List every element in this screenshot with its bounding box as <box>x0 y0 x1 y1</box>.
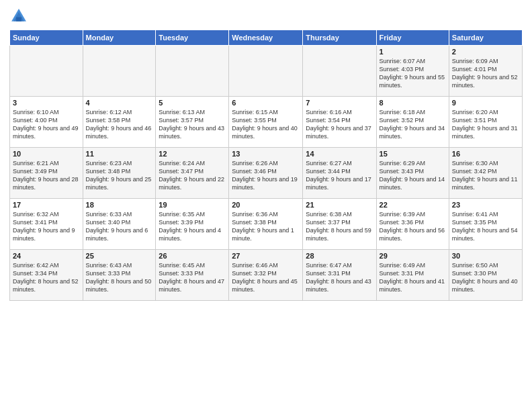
day-number: 1 <box>380 48 446 56</box>
calendar-cell: 15Sunrise: 6:29 AM Sunset: 3:43 PM Dayli… <box>376 148 449 199</box>
day-number: 29 <box>380 252 446 260</box>
day-info: Sunrise: 6:47 AM Sunset: 3:31 PM Dayligh… <box>306 261 373 294</box>
day-info: Sunrise: 6:13 AM Sunset: 3:57 PM Dayligh… <box>159 108 226 141</box>
calendar-cell: 12Sunrise: 6:24 AM Sunset: 3:47 PM Dayli… <box>156 148 229 199</box>
calendar-cell: 14Sunrise: 6:27 AM Sunset: 3:44 PM Dayli… <box>303 148 376 199</box>
calendar-cell: 11Sunrise: 6:23 AM Sunset: 3:48 PM Dayli… <box>83 148 156 199</box>
calendar-cell: 20Sunrise: 6:36 AM Sunset: 3:38 PM Dayli… <box>229 199 303 250</box>
calendar-cell: 22Sunrise: 6:39 AM Sunset: 3:36 PM Dayli… <box>376 199 449 250</box>
calendar-cell: 9Sunrise: 6:20 AM Sunset: 3:51 PM Daylig… <box>449 97 522 148</box>
calendar-cell: 13Sunrise: 6:26 AM Sunset: 3:46 PM Dayli… <box>229 148 303 199</box>
day-number: 13 <box>232 150 300 158</box>
day-info: Sunrise: 6:30 AM Sunset: 3:42 PM Dayligh… <box>452 159 519 192</box>
day-number: 7 <box>306 99 373 107</box>
day-number: 30 <box>452 252 519 260</box>
day-number: 10 <box>13 150 80 158</box>
header-day-friday: Friday <box>376 30 449 46</box>
calendar-cell: 23Sunrise: 6:41 AM Sunset: 3:35 PM Dayli… <box>449 199 522 250</box>
header <box>9 7 523 26</box>
day-info: Sunrise: 6:49 AM Sunset: 3:31 PM Dayligh… <box>380 261 446 294</box>
day-number: 15 <box>380 150 446 158</box>
day-info: Sunrise: 6:07 AM Sunset: 4:03 PM Dayligh… <box>380 57 446 90</box>
day-info: Sunrise: 6:15 AM Sunset: 3:55 PM Dayligh… <box>232 108 300 141</box>
calendar-cell <box>229 46 303 97</box>
calendar-cell: 24Sunrise: 6:42 AM Sunset: 3:34 PM Dayli… <box>10 250 83 301</box>
day-number: 11 <box>86 150 153 158</box>
page-container: SundayMondayTuesdayWednesdayThursdayFrid… <box>0 0 532 305</box>
day-info: Sunrise: 6:42 AM Sunset: 3:34 PM Dayligh… <box>13 261 80 294</box>
day-number: 17 <box>13 201 80 209</box>
day-info: Sunrise: 6:23 AM Sunset: 3:48 PM Dayligh… <box>86 159 153 192</box>
calendar-week-row: 24Sunrise: 6:42 AM Sunset: 3:34 PM Dayli… <box>10 250 523 301</box>
calendar-cell: 27Sunrise: 6:46 AM Sunset: 3:32 PM Dayli… <box>229 250 303 301</box>
calendar-cell: 8Sunrise: 6:18 AM Sunset: 3:52 PM Daylig… <box>376 97 449 148</box>
day-number: 20 <box>232 201 300 209</box>
day-info: Sunrise: 6:10 AM Sunset: 4:00 PM Dayligh… <box>13 108 80 141</box>
day-info: Sunrise: 6:16 AM Sunset: 3:54 PM Dayligh… <box>306 108 373 141</box>
calendar-cell: 2Sunrise: 6:09 AM Sunset: 4:01 PM Daylig… <box>449 46 522 97</box>
day-info: Sunrise: 6:20 AM Sunset: 3:51 PM Dayligh… <box>452 108 519 141</box>
day-number: 22 <box>380 201 446 209</box>
day-info: Sunrise: 6:18 AM Sunset: 3:52 PM Dayligh… <box>380 108 446 141</box>
day-info: Sunrise: 6:45 AM Sunset: 3:33 PM Dayligh… <box>159 261 226 294</box>
svg-rect-2 <box>16 17 21 21</box>
day-number: 16 <box>452 150 519 158</box>
calendar-cell: 26Sunrise: 6:45 AM Sunset: 3:33 PM Dayli… <box>156 250 229 301</box>
day-info: Sunrise: 6:50 AM Sunset: 3:30 PM Dayligh… <box>452 261 519 294</box>
calendar-week-row: 10Sunrise: 6:21 AM Sunset: 3:49 PM Dayli… <box>10 148 523 199</box>
day-number: 5 <box>159 99 226 107</box>
calendar-header-row: SundayMondayTuesdayWednesdayThursdayFrid… <box>10 30 523 46</box>
calendar-week-row: 1Sunrise: 6:07 AM Sunset: 4:03 PM Daylig… <box>10 46 523 97</box>
calendar-cell: 5Sunrise: 6:13 AM Sunset: 3:57 PM Daylig… <box>156 97 229 148</box>
day-number: 8 <box>380 99 446 107</box>
day-info: Sunrise: 6:39 AM Sunset: 3:36 PM Dayligh… <box>380 210 446 243</box>
day-number: 24 <box>13 252 80 260</box>
calendar-cell: 6Sunrise: 6:15 AM Sunset: 3:55 PM Daylig… <box>229 97 303 148</box>
day-info: Sunrise: 6:35 AM Sunset: 3:39 PM Dayligh… <box>159 210 226 243</box>
calendar-cell <box>303 46 376 97</box>
calendar-cell: 18Sunrise: 6:33 AM Sunset: 3:40 PM Dayli… <box>83 199 156 250</box>
day-number: 26 <box>159 252 226 260</box>
calendar-cell: 19Sunrise: 6:35 AM Sunset: 3:39 PM Dayli… <box>156 199 229 250</box>
day-info: Sunrise: 6:46 AM Sunset: 3:32 PM Dayligh… <box>232 261 300 294</box>
calendar-cell: 29Sunrise: 6:49 AM Sunset: 3:31 PM Dayli… <box>376 250 449 301</box>
calendar-cell: 30Sunrise: 6:50 AM Sunset: 3:30 PM Dayli… <box>449 250 522 301</box>
day-number: 25 <box>86 252 153 260</box>
calendar-cell <box>10 46 83 97</box>
day-info: Sunrise: 6:36 AM Sunset: 3:38 PM Dayligh… <box>232 210 300 243</box>
day-info: Sunrise: 6:26 AM Sunset: 3:46 PM Dayligh… <box>232 159 300 192</box>
day-number: 9 <box>452 99 519 107</box>
day-info: Sunrise: 6:29 AM Sunset: 3:43 PM Dayligh… <box>380 159 446 192</box>
day-info: Sunrise: 6:27 AM Sunset: 3:44 PM Dayligh… <box>306 159 373 192</box>
day-number: 18 <box>86 201 153 209</box>
day-info: Sunrise: 6:09 AM Sunset: 4:01 PM Dayligh… <box>452 57 519 90</box>
logo <box>9 7 31 26</box>
calendar-week-row: 3Sunrise: 6:10 AM Sunset: 4:00 PM Daylig… <box>10 97 523 148</box>
day-info: Sunrise: 6:21 AM Sunset: 3:49 PM Dayligh… <box>13 159 80 192</box>
calendar-cell <box>83 46 156 97</box>
calendar-table: SundayMondayTuesdayWednesdayThursdayFrid… <box>9 30 523 301</box>
day-info: Sunrise: 6:43 AM Sunset: 3:33 PM Dayligh… <box>86 261 153 294</box>
calendar-cell: 28Sunrise: 6:47 AM Sunset: 3:31 PM Dayli… <box>303 250 376 301</box>
calendar-cell: 7Sunrise: 6:16 AM Sunset: 3:54 PM Daylig… <box>303 97 376 148</box>
header-day-thursday: Thursday <box>303 30 376 46</box>
header-day-wednesday: Wednesday <box>229 30 303 46</box>
header-day-sunday: Sunday <box>10 30 83 46</box>
day-number: 2 <box>452 48 519 56</box>
day-number: 14 <box>306 150 373 158</box>
calendar-cell: 1Sunrise: 6:07 AM Sunset: 4:03 PM Daylig… <box>376 46 449 97</box>
day-info: Sunrise: 6:38 AM Sunset: 3:37 PM Dayligh… <box>306 210 373 243</box>
day-number: 19 <box>159 201 226 209</box>
day-info: Sunrise: 6:12 AM Sunset: 3:58 PM Dayligh… <box>86 108 153 141</box>
calendar-cell: 25Sunrise: 6:43 AM Sunset: 3:33 PM Dayli… <box>83 250 156 301</box>
day-number: 3 <box>13 99 80 107</box>
day-number: 21 <box>306 201 373 209</box>
calendar-cell: 17Sunrise: 6:32 AM Sunset: 3:41 PM Dayli… <box>10 199 83 250</box>
day-number: 27 <box>232 252 300 260</box>
header-day-saturday: Saturday <box>449 30 522 46</box>
calendar-cell: 16Sunrise: 6:30 AM Sunset: 3:42 PM Dayli… <box>449 148 522 199</box>
calendar-week-row: 17Sunrise: 6:32 AM Sunset: 3:41 PM Dayli… <box>10 199 523 250</box>
day-number: 28 <box>306 252 373 260</box>
day-info: Sunrise: 6:32 AM Sunset: 3:41 PM Dayligh… <box>13 210 80 243</box>
calendar-cell: 4Sunrise: 6:12 AM Sunset: 3:58 PM Daylig… <box>83 97 156 148</box>
